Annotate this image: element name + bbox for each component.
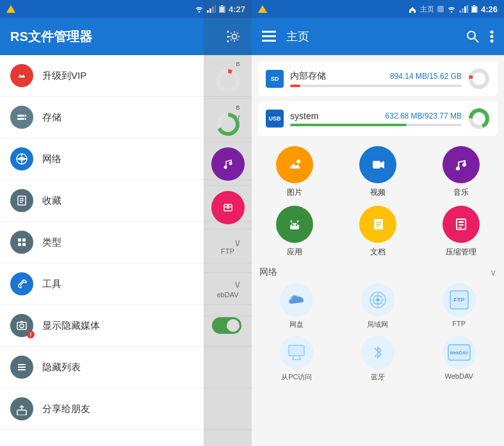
category-apps[interactable]: 应用 <box>257 206 332 258</box>
svg-point-32 <box>218 71 238 90</box>
svg-line-96 <box>293 356 294 359</box>
lan-icon-circle <box>361 283 394 317</box>
svg-rect-31 <box>17 410 26 415</box>
storage-icon <box>10 106 33 129</box>
drawer-overlay: ⋮ B B <box>204 0 252 446</box>
svg-rect-54 <box>262 40 276 42</box>
network-grid: 网盘 局域网 <box>259 283 496 382</box>
left-app-title: RS文件管理器 <box>10 28 92 45</box>
svg-rect-95 <box>289 345 304 356</box>
search-icon[interactable] <box>466 29 480 44</box>
category-video[interactable]: 视频 <box>340 146 416 198</box>
svg-line-97 <box>299 356 300 359</box>
system-storage-size: 632.68 MB/923.77 MB <box>386 112 462 120</box>
internal-storage-name: 内部存储 <box>290 70 326 82</box>
svg-point-36 <box>221 157 235 171</box>
apps-label: 应用 <box>287 247 302 258</box>
overlay-pie-2 <box>216 112 240 136</box>
ftp-icon-circle: FTP <box>443 283 476 317</box>
network-lan[interactable]: 局域网 <box>341 283 416 329</box>
svg-point-60 <box>471 70 487 87</box>
vip-icon <box>10 64 33 87</box>
network-pc[interactable]: 从PC访问 <box>259 336 334 382</box>
svg-point-12 <box>24 115 25 117</box>
more-options-icon[interactable] <box>490 29 494 44</box>
warning-icon-left <box>6 5 15 13</box>
left-panel: 4:27 RS文件管理器 升级到VIP <box>0 0 252 446</box>
right-status-bar: 主页 4:26 <box>252 0 504 18</box>
svg-rect-45 <box>459 10 461 13</box>
network-cloud[interactable]: 网盘 <box>259 283 334 329</box>
svg-point-39 <box>221 201 235 215</box>
right-header: 主页 <box>252 18 504 55</box>
home-icon-status <box>408 5 417 13</box>
right-header-icons <box>466 29 494 44</box>
svg-point-57 <box>491 31 494 34</box>
menu-icon[interactable] <box>262 31 276 42</box>
internal-storage-info: 内部存储 894.14 MB/15.62 GB <box>290 70 462 87</box>
svg-point-58 <box>491 35 494 38</box>
share-icon <box>10 397 33 420</box>
video-icon <box>359 146 396 183</box>
three-dot-header: ⋮ <box>204 18 252 55</box>
overlay-archive <box>204 186 252 229</box>
network-section-header: 网络 ∨ <box>259 267 496 278</box>
category-music[interactable]: 音乐 <box>423 146 499 198</box>
category-grid: 图片 视频 音乐 <box>252 140 504 264</box>
svg-point-9 <box>17 70 27 81</box>
category-images[interactable]: 图片 <box>257 146 332 198</box>
svg-point-59 <box>491 40 494 43</box>
network-section-title: 网络 <box>259 267 277 278</box>
internal-storage-size: 894.14 MB/15.62 GB <box>390 72 462 81</box>
svg-point-26 <box>20 324 24 328</box>
svg-rect-72 <box>290 226 299 229</box>
svg-point-37 <box>224 165 227 169</box>
network-ftp[interactable]: FTP FTP <box>421 283 496 329</box>
images-label: 图片 <box>287 187 302 198</box>
docs-label: 文档 <box>370 247 386 258</box>
pc-icon-circle <box>280 336 313 369</box>
cloud-label: 网盘 <box>289 320 304 329</box>
usb-badge: USB <box>266 110 284 128</box>
favorites-icon <box>10 189 33 212</box>
hidden-media-label: 显示隐藏媒体 <box>42 320 212 332</box>
svg-point-0 <box>199 11 200 12</box>
svg-rect-53 <box>262 35 276 37</box>
category-docs[interactable]: 文档 <box>340 206 416 258</box>
network-bluetooth[interactable]: 蓝牙 <box>341 336 416 382</box>
system-storage-info: system 632.68 MB/923.77 MB <box>290 111 462 126</box>
types-icon <box>10 231 33 254</box>
category-archive[interactable]: 压缩管理 <box>423 206 499 258</box>
svg-point-70 <box>462 163 466 167</box>
network-webdav[interactable]: WebDAV WebDAV <box>421 336 496 382</box>
svg-rect-47 <box>464 6 466 13</box>
tools-icon <box>10 272 33 295</box>
internal-pie-chart <box>468 68 490 90</box>
storage-card-internal[interactable]: SD 内部存储 894.14 MB/15.62 GB <box>258 62 498 96</box>
right-main-title: 主页 <box>286 29 458 44</box>
system-storage-bar <box>290 124 462 126</box>
svg-rect-67 <box>373 161 380 169</box>
music-icon <box>443 146 480 183</box>
right-panel: 主页 4:26 <box>252 0 504 446</box>
pc-label: 从PC访问 <box>281 372 312 382</box>
svg-point-65 <box>297 160 300 163</box>
webdav-label: WebDAV <box>445 372 473 380</box>
wifi-icon-left <box>195 5 204 13</box>
badge-icon: ! <box>27 331 35 338</box>
svg-point-75 <box>292 224 294 226</box>
three-dot-icon[interactable]: ⋮ <box>221 28 235 45</box>
webdav-icon-circle: WebDAV <box>443 336 476 369</box>
overlay-ftp-label: FTP <box>218 245 237 258</box>
overlay-webdav: ebDAV <box>204 273 252 317</box>
svg-point-68 <box>452 156 470 174</box>
network-chevron: ∨ <box>490 267 496 277</box>
apps-icon <box>276 206 313 243</box>
storage-card-system[interactable]: USB system 632.68 MB/923.77 MB <box>258 101 498 136</box>
network-section: 网络 ∨ 网盘 <box>252 264 504 384</box>
overlay-archive-icon <box>211 191 245 224</box>
overlay-music <box>204 142 252 186</box>
svg-line-56 <box>475 38 479 43</box>
svg-rect-86 <box>459 221 464 223</box>
breadcrumb-status: 主页 <box>420 4 434 14</box>
